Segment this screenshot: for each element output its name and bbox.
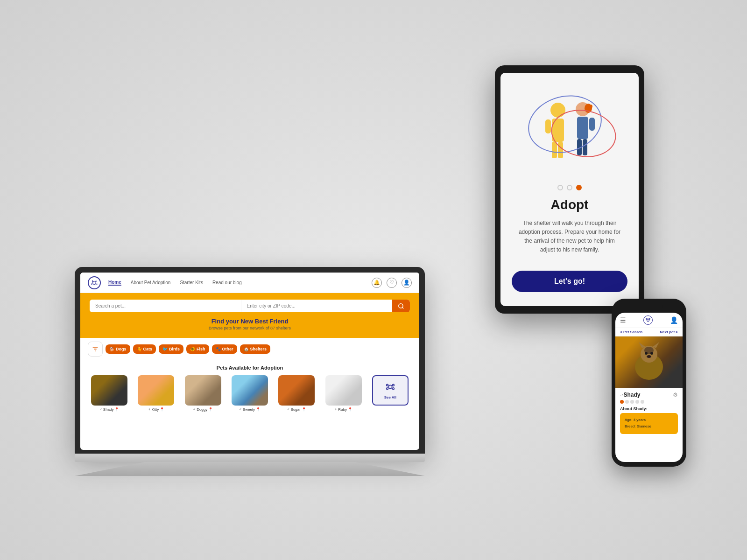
shelters-icon: 🏠 [244, 347, 249, 351]
rating-dot-3 [630, 400, 634, 404]
svg-point-9 [392, 387, 394, 389]
pet-card-kitty[interactable]: ♀ Kitty 📍 [134, 375, 177, 412]
tablet-frame: Adopt The shelter will walk you through … [495, 65, 644, 314]
phone-age: Age: 4 years [625, 417, 673, 423]
rating-dot-1 [620, 400, 624, 404]
phone-menu-icon[interactable]: ☰ [620, 316, 626, 324]
category-birds[interactable]: 🐦 Birds [159, 344, 183, 354]
laptop-stand [75, 462, 425, 476]
phone-pet-name-row: ♂ Shady ⚙ [620, 392, 678, 398]
fish-label: Fish [197, 347, 205, 351]
tablet-dots [557, 185, 582, 190]
pets-grid: ♂ Shady 📍 ♀ Kitty 📍 [88, 375, 412, 412]
category-cats[interactable]: 🐈 Cats [133, 344, 156, 354]
phone-frame: ☰ 👤 < Pet Search Next pet > [612, 299, 686, 467]
category-shelters[interactable]: 🏠 Shelters [240, 344, 271, 354]
laptop-screen: Home About Pet Adoption Starter Kits Rea… [80, 273, 419, 450]
svg-point-32 [644, 347, 654, 354]
birds-label: Birds [169, 347, 180, 351]
see-all-paw-icon [385, 382, 395, 394]
pet-name-shady: ♂ Shady 📍 [99, 407, 120, 412]
search-zip-input[interactable] [241, 300, 393, 312]
phone-user-icon[interactable]: 👤 [670, 316, 678, 324]
filter-button[interactable] [88, 342, 103, 357]
nav-blog[interactable]: Read our blog [212, 280, 242, 285]
pet-name-kitty: ♀ Kitty 📍 [148, 407, 165, 412]
svg-marker-27 [639, 342, 645, 348]
tablet-dot-2[interactable] [567, 185, 572, 190]
nav-home[interactable]: Home [108, 280, 121, 286]
other-icon: 🐾 [216, 347, 221, 351]
nav-icons: 🔔 ♡ 👤 [372, 278, 412, 288]
scene: Home About Pet Adoption Starter Kits Rea… [47, 47, 700, 513]
svg-point-8 [387, 387, 388, 389]
pet-card-ruby[interactable]: ♀ Ruby 📍 [322, 375, 365, 412]
phone-about-section: Age: 4 years Breed: Siamese [620, 413, 678, 434]
search-pet-input[interactable] [90, 300, 241, 312]
pet-photo-kitty [138, 375, 174, 406]
pet-photo-ruby [325, 375, 362, 406]
categories-bar: 🐕 Dogs 🐈 Cats 🐦 Birds 🐠 Fish [80, 338, 419, 360]
phone-navbar: ☰ 👤 [615, 313, 683, 328]
hero-section: Find your New Best Friend Browse pets fr… [80, 293, 419, 338]
nav-links: Home About Pet Adoption Starter Kits Rea… [108, 280, 372, 286]
pet-name-sugar: ♂ Sugar 📍 [287, 407, 306, 412]
see-all-label: See All [384, 395, 396, 399]
tablet-body-text: The shelter will walk you through their … [516, 219, 623, 255]
svg-point-31 [647, 355, 651, 358]
svg-point-24 [649, 318, 650, 320]
tablet-content: Adopt The shelter will walk you through … [512, 190, 627, 261]
laptop-device: Home About Pet Adoption Starter Kits Rea… [75, 267, 425, 476]
pet-name-doggy: ♂ Doggy 📍 [193, 407, 213, 412]
svg-point-23 [646, 318, 648, 320]
phone-settings-icon[interactable]: ⚙ [673, 392, 678, 398]
laptop-base [75, 454, 425, 462]
svg-point-0 [93, 281, 96, 284]
search-bar [90, 300, 410, 312]
rating-dot-2 [625, 400, 629, 404]
tablet-dot-1[interactable] [557, 185, 563, 190]
phone-back-nav[interactable]: < Pet Search [620, 330, 642, 334]
phone-pet-name: Shady [624, 392, 641, 398]
tablet-heading: Adopt [551, 197, 589, 212]
pet-card-doggy[interactable]: ♂ Doggy 📍 [182, 375, 225, 412]
hero-text: Find your New Best Friend Browse pets fr… [90, 318, 410, 330]
category-other[interactable]: 🐾 Other [212, 344, 237, 354]
app-logo-icon [88, 276, 101, 289]
cats-icon: 🐈 [137, 347, 142, 351]
phone-pet-info: ♂ Shady ⚙ About Shady: Age: 4 years [615, 388, 683, 438]
tablet-device: Adopt The shelter will walk you through … [495, 65, 644, 314]
svg-marker-28 [653, 342, 659, 348]
pet-card-shady[interactable]: ♂ Shady 📍 [88, 375, 131, 412]
fish-icon: 🐠 [190, 347, 195, 351]
user-icon[interactable]: 👤 [402, 278, 412, 288]
category-fish[interactable]: 🐠 Fish [186, 344, 209, 354]
tablet-dot-3[interactable] [576, 185, 582, 190]
search-button[interactable] [392, 300, 410, 312]
phone-about-title: About Shady: [620, 406, 678, 411]
nav-starter[interactable]: Starter Kits [180, 280, 203, 285]
svg-point-5 [388, 385, 392, 388]
pets-section: Pets Available for Adoption ♂ Shady 📍 [80, 360, 419, 416]
see-all-button[interactable]: See All [372, 375, 409, 406]
phone-next-nav[interactable]: Next pet > [660, 330, 678, 334]
phone-sub-nav: < Pet Search Next pet > [615, 328, 683, 336]
phone-breed: Breed: Siamese [625, 423, 673, 430]
birds-icon: 🐦 [162, 347, 168, 351]
notification-icon[interactable]: 🔔 [372, 278, 382, 288]
category-dogs[interactable]: 🐕 Dogs [106, 344, 130, 354]
rating-dot-5 [641, 400, 644, 404]
pet-photo-sugar [278, 375, 315, 406]
phone-device: ☰ 👤 < Pet Search Next pet > [612, 299, 686, 467]
phone-screen: ☰ 👤 < Pet Search Next pet > [615, 313, 683, 462]
pet-card-sweety[interactable]: ♂ Sweety 📍 [228, 375, 271, 412]
favorites-icon[interactable]: ♡ [387, 278, 397, 288]
pet-card-sugar[interactable]: ♂ Sugar 📍 [275, 375, 318, 412]
nav-about[interactable]: About Pet Adoption [131, 280, 171, 285]
hero-title: Find your New Best Friend [90, 318, 410, 325]
laptop-screen-wrapper: Home About Pet Adoption Starter Kits Rea… [75, 267, 425, 454]
pet-photo-shady [91, 375, 127, 406]
pet-card-see-all[interactable]: See All [369, 375, 412, 406]
tablet-cta-button[interactable]: Let's go! [512, 271, 627, 292]
other-label: Other [222, 347, 233, 351]
